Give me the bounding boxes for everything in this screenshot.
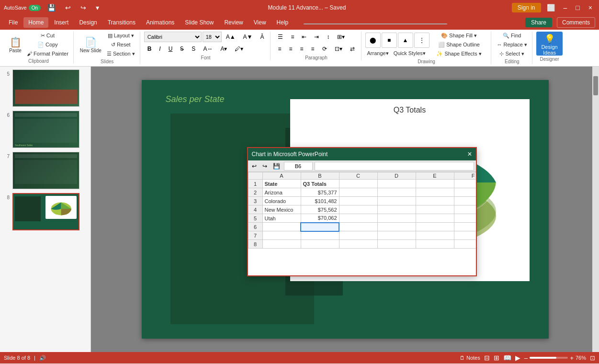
cell-f3[interactable] <box>454 197 476 205</box>
shape-triangle[interactable]: ▲ <box>398 33 413 48</box>
cell-d5[interactable] <box>377 214 416 223</box>
slide-thumb-6[interactable]: 6 Southwest Sales <box>2 110 89 149</box>
normal-view-button[interactable]: ⊟ <box>484 354 490 362</box>
cell-f4[interactable] <box>454 205 476 214</box>
strikethrough-button[interactable]: S̶ <box>177 44 187 54</box>
cell-f6[interactable] <box>454 223 476 231</box>
cell-a1[interactable]: State <box>262 180 301 188</box>
scrollbar-thumb[interactable] <box>593 76 598 95</box>
save-button[interactable]: 💾 <box>45 3 58 12</box>
slide-thumb-5[interactable]: 5 <box>2 68 89 108</box>
align-justify-button[interactable]: ≡ <box>308 44 318 54</box>
menu-slideshow[interactable]: Slide Show <box>180 17 218 28</box>
autosave-toggle[interactable]: On <box>29 5 41 11</box>
cell-b5[interactable]: $70,062 <box>301 214 339 223</box>
cell-d1[interactable] <box>377 180 416 188</box>
paste-button[interactable]: 📋 Paste <box>7 35 24 55</box>
cell-e2[interactable] <box>416 188 454 197</box>
popup-close-button[interactable]: × <box>467 150 472 159</box>
zoom-out-button[interactable]: – <box>524 354 528 362</box>
undo-button[interactable]: ↩ <box>62 3 74 12</box>
cell-c6[interactable] <box>339 223 377 231</box>
cell-b2[interactable]: $75,377 <box>301 188 339 197</box>
shadow-button[interactable]: S <box>188 44 199 54</box>
align-right-button[interactable]: ≡ <box>297 44 307 54</box>
cell-c3[interactable] <box>339 197 377 205</box>
smartart-button[interactable]: ⊡▾ <box>331 44 346 54</box>
menu-review[interactable]: Review <box>219 17 248 28</box>
notes-button[interactable]: 🗒 Notes <box>460 355 480 361</box>
increase-font-button[interactable]: A▲ <box>223 32 239 42</box>
cell-b3[interactable]: $101,482 <box>301 197 339 205</box>
cell-a8[interactable] <box>262 240 301 249</box>
cell-e3[interactable] <box>416 197 454 205</box>
signin-button[interactable]: Sign in <box>512 3 541 12</box>
menu-home[interactable]: Home <box>23 17 48 28</box>
reading-view-button[interactable]: 📖 <box>503 354 511 362</box>
menu-view[interactable]: View <box>249 17 271 28</box>
cell-c7[interactable] <box>339 231 377 240</box>
highlight-button[interactable]: 🖊▾ <box>231 44 247 54</box>
cell-f2[interactable] <box>454 188 476 197</box>
new-slide-button[interactable]: 📄 New Slide <box>78 35 104 55</box>
search-input[interactable] <box>304 23 447 24</box>
cell-d8[interactable] <box>377 240 416 249</box>
formula-bar[interactable] <box>315 162 474 171</box>
shape-oval[interactable]: ⬤ <box>365 33 381 48</box>
cell-a3[interactable]: Colorado <box>262 197 301 205</box>
menu-animations[interactable]: Animations <box>141 17 179 28</box>
cell-b6[interactable] <box>301 223 339 231</box>
font-family-select[interactable]: Calibri <box>144 32 202 42</box>
cell-a2[interactable]: Arizona <box>262 188 301 197</box>
sheet-save-button[interactable]: 💾 <box>271 162 282 171</box>
cell-e8[interactable] <box>416 240 454 249</box>
select-button[interactable]: ⊹ Select ▾ <box>495 50 529 58</box>
layout-button[interactable]: ▤ Layout ▾ <box>105 32 137 40</box>
bullets-button[interactable]: ☰ <box>274 32 286 42</box>
ribbon-display-button[interactable]: ⬜ <box>544 3 558 12</box>
cell-a4[interactable]: New Mexico <box>262 205 301 214</box>
shape-rect[interactable]: ■ <box>382 33 397 48</box>
slide-thumb-8[interactable]: 8 <box>2 192 89 231</box>
cell-c5[interactable] <box>339 214 377 223</box>
cell-b8[interactable] <box>301 240 339 249</box>
bold-button[interactable]: B <box>144 44 155 54</box>
cell-b1[interactable]: Q3 Totals <box>301 180 339 188</box>
underline-button[interactable]: U <box>165 44 176 54</box>
italic-button[interactable]: I <box>156 44 164 54</box>
cell-f5[interactable] <box>454 214 476 223</box>
cell-d7[interactable] <box>377 231 416 240</box>
slide-sorter-button[interactable]: ⊞ <box>494 354 499 362</box>
sheet-redo-button[interactable]: ↪ <box>260 162 269 171</box>
customize-button[interactable]: ▾ <box>93 3 102 12</box>
convert-button[interactable]: ⇄ <box>347 44 358 54</box>
slideshow-button[interactable]: ▶ <box>515 354 520 362</box>
design-ideas-button[interactable]: 💡 Design Ideas <box>536 32 563 56</box>
share-button[interactable]: Share <box>525 18 552 27</box>
format-painter-button[interactable]: 🖌 Format Painter <box>25 50 70 57</box>
cell-e5[interactable] <box>416 214 454 223</box>
cell-e6[interactable] <box>416 223 454 231</box>
shape-fill-button[interactable]: 🎨 Shape Fill ▾ <box>430 32 488 40</box>
indent-more-button[interactable]: ⇥ <box>311 32 322 42</box>
replace-button[interactable]: ↔ Replace ▾ <box>495 41 529 49</box>
cell-f8[interactable] <box>454 240 476 249</box>
zoom-in-button[interactable]: + <box>570 354 574 362</box>
numbering-button[interactable]: ≡ <box>287 32 297 42</box>
reset-button[interactable]: ↺ Reset <box>105 41 137 49</box>
shape-more[interactable]: ⋮ <box>414 33 429 48</box>
name-box[interactable] <box>284 162 313 171</box>
cell-c4[interactable] <box>339 205 377 214</box>
cell-e4[interactable] <box>416 205 454 214</box>
cell-a7[interactable] <box>262 231 301 240</box>
font-color-button[interactable]: A▾ <box>217 44 230 54</box>
copy-button[interactable]: 📄 Copy <box>25 41 70 49</box>
cell-e7[interactable] <box>416 231 454 240</box>
quick-styles-button[interactable]: Quick Styles▾ <box>392 49 428 57</box>
sheet-undo-button[interactable]: ↩ <box>250 162 259 171</box>
align-center-button[interactable]: ≡ <box>285 44 295 54</box>
fit-to-window-button[interactable]: ⊡ <box>590 354 595 362</box>
decrease-font-button[interactable]: A▼ <box>240 32 256 42</box>
indent-less-button[interactable]: ⇤ <box>298 32 310 42</box>
close-button[interactable]: × <box>586 3 595 12</box>
